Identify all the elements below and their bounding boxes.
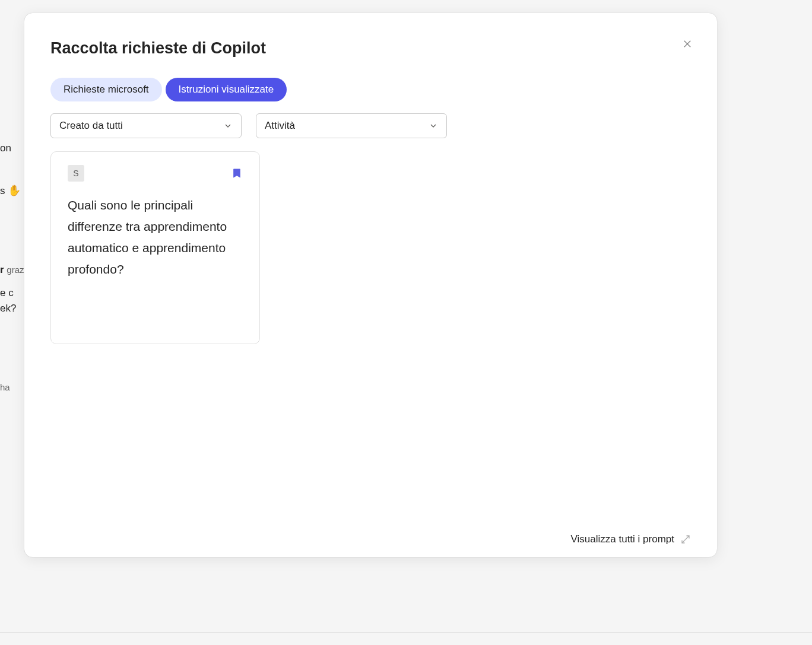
dropdown-label: Creato da tutti <box>59 120 123 132</box>
dropdown-created-by[interactable]: Creato da tutti <box>50 113 242 138</box>
tab-displayed-instructions[interactable]: Istruzioni visualizzate <box>166 78 287 101</box>
filters-row: Creato da tutti Attività <box>50 113 691 138</box>
prompt-card[interactable]: S Quali sono le principali differenze tr… <box>50 151 260 344</box>
view-all-prompts-link[interactable]: Visualizza tutti i prompt <box>571 533 674 545</box>
prompt-gallery-modal: Raccolta richieste di Copilot Richieste … <box>24 13 717 557</box>
close-icon <box>682 39 693 49</box>
modal-footer: Visualizza tutti i prompt <box>50 528 691 545</box>
wave-emoji: ✋ <box>8 185 21 196</box>
bookmark-icon[interactable] <box>231 167 243 180</box>
close-button[interactable] <box>678 34 697 53</box>
bg-text-fragment: s ✋ <box>0 184 21 197</box>
expand-icon[interactable] <box>680 534 691 545</box>
tabs: Richieste microsoft Istruzioni visualizz… <box>50 78 691 101</box>
modal-header: Raccolta richieste di Copilot <box>50 39 691 58</box>
chevron-down-icon <box>223 121 233 131</box>
bg-text-fragment: ek? <box>0 303 16 314</box>
tab-microsoft-requests[interactable]: Richieste microsoft <box>50 78 162 101</box>
bg-text-fragment: e c <box>0 287 14 299</box>
bottom-divider <box>0 633 812 633</box>
cards-grid: S Quali sono le principali differenze tr… <box>50 151 691 528</box>
avatar: S <box>68 165 84 182</box>
prompt-text: Quali sono le principali differenze tra … <box>68 195 243 280</box>
bg-text-fragment: on <box>0 142 11 154</box>
dropdown-activity[interactable]: Attività <box>256 113 447 138</box>
card-header: S <box>68 165 243 182</box>
dropdown-label: Attività <box>265 120 295 132</box>
modal-title: Raccolta richieste di Copilot <box>50 39 266 58</box>
bg-text-fragment: ha <box>0 382 10 392</box>
chevron-down-icon <box>429 121 438 131</box>
